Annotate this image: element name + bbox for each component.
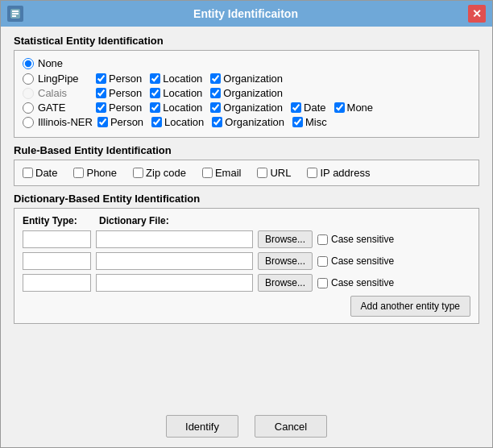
- gate-radio[interactable]: [23, 102, 34, 114]
- case-sensitive-label-3: Case sensitive: [331, 277, 394, 288]
- none-radio-label[interactable]: None: [23, 57, 91, 69]
- svg-rect-2: [12, 13, 19, 15]
- illinoisner-radio[interactable]: [23, 117, 34, 128]
- rule-based-section-title: Rule-Based Entity Identification: [14, 144, 479, 156]
- statistical-section-box: None LingPipe Person Location Organizati…: [14, 50, 479, 138]
- entity-type-header: Entity Type:: [23, 215, 91, 226]
- cancel-button[interactable]: Cancel: [255, 415, 327, 438]
- svg-rect-1: [12, 10, 19, 12]
- rule-url-check[interactable]: URL: [257, 167, 291, 179]
- lingpipe-person-check[interactable]: Person: [96, 73, 142, 85]
- illinoisner-checks: Person Location Organization Misc: [97, 116, 332, 128]
- window-title: Entity Identificaiton: [23, 7, 468, 20]
- lingpipe-location-check[interactable]: Location: [150, 73, 202, 85]
- lingpipe-org-check[interactable]: Organization: [210, 73, 283, 85]
- browse-button-1[interactable]: Browse...: [258, 230, 313, 248]
- illinoisner-label: Illinois-NER: [38, 116, 93, 128]
- rule-date-check[interactable]: Date: [23, 167, 57, 179]
- browse-button-3[interactable]: Browse...: [258, 274, 313, 292]
- calais-person-check[interactable]: Person: [96, 87, 142, 99]
- main-window: Entity Identificaiton ✕ Statistical Enti…: [0, 0, 493, 448]
- rule-zipcode-check[interactable]: Zip code: [133, 167, 186, 179]
- dict-file-header: Dictionary File:: [99, 215, 169, 226]
- illinoisner-radio-label[interactable]: Illinois-NER: [23, 116, 93, 128]
- calais-checks: Person Location Organization: [96, 87, 288, 99]
- title-bar: Entity Identificaiton ✕: [1, 1, 492, 27]
- gate-checks: Person Location Organization Date Mone: [96, 102, 378, 114]
- none-radio[interactable]: [23, 58, 34, 69]
- gate-location-check[interactable]: Location: [150, 102, 202, 114]
- gate-label: GATE: [38, 102, 65, 114]
- dict-entity-input-1[interactable]: [23, 230, 91, 248]
- footer: Identify Cancel: [1, 407, 492, 447]
- rule-ipaddress-check[interactable]: IP address: [307, 167, 370, 179]
- lingpipe-label: LingPipe: [38, 73, 79, 85]
- case-sensitive-check-3[interactable]: Case sensitive: [317, 277, 394, 288]
- case-sensitive-check-1[interactable]: Case sensitive: [317, 234, 394, 245]
- add-entity-row: Add another entity type: [23, 296, 470, 317]
- browse-button-2[interactable]: Browse...: [258, 252, 313, 270]
- gate-date-check[interactable]: Date: [291, 102, 325, 114]
- dict-row-2: Browse... Case sensitive: [23, 252, 470, 270]
- lingpipe-radio-label[interactable]: LingPipe: [23, 73, 91, 85]
- calais-label: Calais: [38, 87, 67, 99]
- dictionary-section-title: Dictionary-Based Entity Identification: [14, 193, 479, 205]
- identify-button[interactable]: Identify: [166, 415, 238, 438]
- dict-file-input-3[interactable]: [96, 274, 253, 292]
- lingpipe-radio[interactable]: [23, 73, 34, 85]
- dict-entity-input-3[interactable]: [23, 274, 91, 292]
- dict-header: Entity Type: Dictionary File:: [23, 215, 470, 226]
- case-sensitive-label-2: Case sensitive: [331, 255, 394, 267]
- app-icon: [7, 6, 23, 22]
- none-label: None: [38, 57, 63, 69]
- svg-rect-3: [12, 15, 16, 17]
- calais-org-check[interactable]: Organization: [210, 87, 283, 99]
- add-entity-button[interactable]: Add another entity type: [350, 296, 470, 317]
- gate-org-check[interactable]: Organization: [210, 102, 283, 114]
- gate-radio-label[interactable]: GATE: [23, 102, 91, 114]
- dict-entity-input-2[interactable]: [23, 252, 91, 270]
- gate-row: GATE Person Location Organization Date M…: [23, 102, 470, 114]
- rule-based-box: Date Phone Zip code Email URL IP address: [14, 160, 479, 186]
- rule-based-section: Rule-Based Entity Identification Date Ph…: [14, 144, 479, 186]
- illinoisner-row: Illinois-NER Person Location Organizatio…: [23, 116, 470, 128]
- close-button[interactable]: ✕: [468, 5, 486, 23]
- lingpipe-row: LingPipe Person Location Organization: [23, 73, 470, 85]
- case-sensitive-label-1: Case sensitive: [331, 234, 394, 245]
- statistical-none-row: None: [23, 57, 470, 69]
- dict-row-3: Browse... Case sensitive: [23, 274, 470, 292]
- statistical-section: Statistical Entity Identification None L…: [14, 35, 479, 138]
- case-sensitive-check-2[interactable]: Case sensitive: [317, 255, 394, 267]
- rule-check-row: Date Phone Zip code Email URL IP address: [23, 167, 470, 179]
- dictionary-box: Entity Type: Dictionary File: Browse... …: [14, 208, 479, 324]
- lingpipe-checks: Person Location Organization: [96, 73, 288, 85]
- dictionary-section: Dictionary-Based Entity Identification E…: [14, 193, 479, 324]
- gate-person-check[interactable]: Person: [96, 102, 142, 114]
- illinoisner-person-check[interactable]: Person: [97, 116, 143, 128]
- calais-radio: [23, 88, 34, 99]
- dict-file-input-1[interactable]: [96, 230, 253, 248]
- dict-file-input-2[interactable]: [96, 252, 253, 270]
- gate-mone-check[interactable]: Mone: [334, 102, 374, 114]
- rule-phone-check[interactable]: Phone: [73, 167, 117, 179]
- illinoisner-org-check[interactable]: Organization: [212, 116, 284, 128]
- calais-radio-label[interactable]: Calais: [23, 87, 91, 99]
- content-area: Statistical Entity Identification None L…: [1, 27, 492, 407]
- illinoisner-misc-check[interactable]: Misc: [292, 116, 327, 128]
- calais-row: Calais Person Location Organization: [23, 87, 470, 99]
- statistical-section-title: Statistical Entity Identification: [14, 35, 479, 47]
- illinoisner-location-check[interactable]: Location: [151, 116, 204, 128]
- dict-row-1: Browse... Case sensitive: [23, 230, 470, 248]
- calais-location-check[interactable]: Location: [150, 87, 202, 99]
- rule-email-check[interactable]: Email: [202, 167, 242, 179]
